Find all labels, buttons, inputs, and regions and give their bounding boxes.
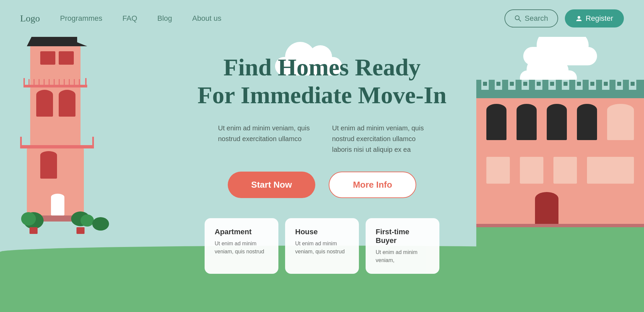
svg-point-34 bbox=[51, 194, 64, 200]
svg-point-78 bbox=[607, 104, 634, 116]
svg-rect-80 bbox=[520, 157, 543, 184]
register-button[interactable]: Register bbox=[565, 9, 624, 27]
svg-marker-4 bbox=[27, 37, 87, 46]
card-buyer-text: Ut enim ad minim veniam, bbox=[376, 248, 429, 264]
svg-point-0 bbox=[515, 16, 519, 20]
nav-blog[interactable]: Blog bbox=[157, 14, 172, 22]
nav-programmes[interactable]: Programmes bbox=[60, 14, 102, 22]
hero-desc-1: Ut enim ad minim veniam, quis nostrud ex… bbox=[218, 123, 312, 155]
property-cards: Apartment Ut enim ad minim veniam, quis … bbox=[171, 218, 473, 274]
card-apartment: Apartment Ut enim ad minim veniam, quis … bbox=[205, 218, 278, 274]
svg-rect-58 bbox=[510, 82, 514, 86]
svg-point-24 bbox=[36, 90, 53, 100]
card-buyer-title: First-time Buyer bbox=[376, 228, 429, 245]
svg-rect-19 bbox=[69, 79, 70, 86]
svg-rect-8 bbox=[23, 85, 87, 87]
cloud-3 bbox=[523, 47, 597, 65]
svg-rect-10 bbox=[85, 78, 87, 87]
card-apartment-title: Apartment bbox=[215, 228, 268, 236]
start-now-button[interactable]: Start Now bbox=[228, 172, 315, 198]
svg-point-74 bbox=[547, 104, 567, 116]
svg-point-72 bbox=[517, 104, 537, 116]
svg-rect-18 bbox=[64, 79, 65, 86]
nav-left: Logo Programmes FAQ Blog About us bbox=[20, 13, 221, 24]
svg-rect-67 bbox=[631, 82, 635, 86]
svg-point-84 bbox=[535, 192, 558, 205]
svg-rect-62 bbox=[564, 82, 568, 86]
more-info-button[interactable]: More Info bbox=[329, 172, 416, 198]
svg-rect-20 bbox=[74, 79, 75, 86]
search-icon bbox=[515, 15, 521, 22]
hero-title: Find Homes Ready For Immediate Move-In bbox=[171, 54, 473, 109]
card-house-text: Ut enim ad minim veniam, quis nostrud bbox=[295, 240, 349, 256]
svg-rect-16 bbox=[54, 79, 55, 86]
svg-rect-66 bbox=[617, 82, 621, 86]
card-first-time-buyer: First-time Buyer Ut enim ad minim veniam… bbox=[366, 218, 439, 274]
svg-rect-15 bbox=[49, 79, 50, 86]
card-house-title: House bbox=[295, 228, 349, 236]
svg-rect-9 bbox=[23, 78, 25, 87]
svg-rect-12 bbox=[34, 79, 35, 86]
nav-about[interactable]: About us bbox=[192, 14, 221, 22]
svg-rect-63 bbox=[577, 82, 581, 86]
hero-buttons: Start Now More Info bbox=[171, 172, 473, 198]
svg-rect-21 bbox=[79, 79, 80, 86]
nav-faq[interactable]: FAQ bbox=[122, 14, 137, 22]
svg-rect-59 bbox=[523, 82, 527, 86]
svg-rect-27 bbox=[20, 145, 94, 148]
hero-content: Find Homes Ready For Immediate Move-In U… bbox=[171, 54, 473, 274]
nav-links: Programmes FAQ Blog About us bbox=[60, 14, 221, 23]
logo: Logo bbox=[20, 13, 40, 24]
svg-point-26 bbox=[59, 90, 75, 100]
svg-rect-6 bbox=[40, 51, 55, 65]
building-right bbox=[476, 80, 644, 254]
svg-rect-14 bbox=[44, 79, 45, 86]
svg-rect-60 bbox=[537, 82, 541, 86]
svg-point-2 bbox=[578, 16, 580, 19]
svg-rect-79 bbox=[486, 157, 510, 184]
svg-rect-28 bbox=[20, 137, 22, 148]
nav-right: Search Register bbox=[504, 9, 624, 27]
svg-point-39 bbox=[80, 214, 94, 227]
svg-point-32 bbox=[40, 151, 57, 159]
svg-rect-61 bbox=[550, 82, 554, 86]
navbar: Logo Programmes FAQ Blog About us Search… bbox=[0, 0, 644, 37]
svg-point-76 bbox=[577, 104, 597, 116]
svg-point-42 bbox=[92, 217, 109, 231]
svg-rect-56 bbox=[483, 82, 487, 86]
hero-section: Find Homes Ready For Immediate Move-In U… bbox=[0, 37, 644, 312]
svg-rect-82 bbox=[587, 157, 634, 184]
svg-rect-17 bbox=[59, 79, 60, 86]
svg-rect-40 bbox=[30, 227, 38, 234]
card-house: House Ut enim ad minim veniam, quis nost… bbox=[285, 218, 359, 274]
search-button[interactable]: Search bbox=[504, 9, 558, 27]
svg-rect-57 bbox=[496, 82, 500, 86]
hero-desc-2: Ut enim ad minim veniam, quis nostrud ex… bbox=[332, 123, 426, 155]
card-apartment-text: Ut enim ad minim veniam, quis nostrud bbox=[215, 240, 268, 256]
svg-point-37 bbox=[21, 212, 36, 226]
svg-rect-7 bbox=[59, 51, 74, 65]
svg-point-70 bbox=[486, 104, 506, 116]
svg-rect-65 bbox=[604, 82, 608, 86]
svg-rect-41 bbox=[76, 227, 85, 234]
svg-rect-81 bbox=[553, 157, 577, 184]
svg-rect-13 bbox=[39, 79, 40, 86]
svg-rect-11 bbox=[29, 79, 30, 86]
svg-rect-64 bbox=[590, 82, 594, 86]
svg-line-1 bbox=[519, 19, 521, 21]
hero-description: Ut enim ad minim veniam, quis nostrud ex… bbox=[171, 123, 473, 155]
user-icon bbox=[576, 15, 582, 22]
building-left bbox=[0, 37, 124, 254]
svg-rect-29 bbox=[92, 137, 94, 148]
